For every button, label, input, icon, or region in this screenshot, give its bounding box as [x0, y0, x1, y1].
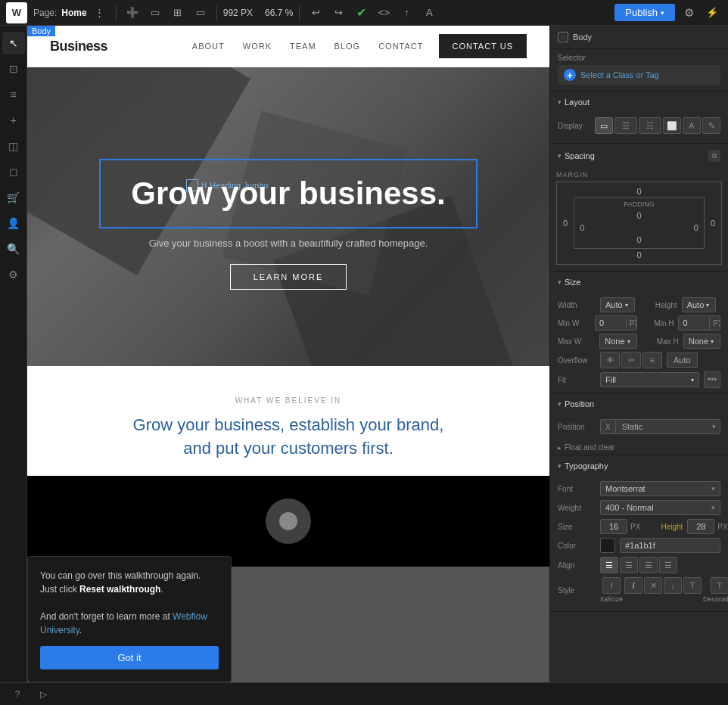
sidebar-pages-btn[interactable]: ⊡ — [2, 57, 25, 80]
overflow-hidden-btn[interactable]: ✂ — [621, 352, 641, 368]
nav-about[interactable]: ABOUT — [192, 42, 225, 51]
sidebar-settings-btn[interactable]: ⚙ — [2, 263, 25, 286]
sidebar-components-btn[interactable]: ◫ — [2, 135, 25, 157]
align-justify-btn[interactable]: ☰ — [659, 557, 677, 573]
typo-height-label: Height — [645, 523, 683, 531]
maxh-value-btn[interactable]: None ▾ — [683, 334, 720, 349]
sidebar-assets-btn[interactable]: ◻ — [2, 160, 25, 183]
align-label: Align — [558, 561, 596, 570]
components-btn[interactable]: ⊞ — [168, 3, 188, 23]
overflow-scroll-btn[interactable]: ≡ — [642, 352, 662, 368]
publish-btn[interactable]: Publish ▾ — [614, 4, 675, 21]
spacing-copy-btn[interactable]: ⧉ — [708, 150, 720, 162]
padding-right-value[interactable]: 0 — [691, 222, 702, 234]
superscript-btn[interactable]: T — [683, 577, 702, 594]
margin-top-value[interactable]: 0 — [560, 185, 718, 197]
nav-work[interactable]: WORK — [243, 42, 272, 51]
spacing-header[interactable]: ▾ Spacing ⧉ — [550, 144, 728, 168]
maxw-value-btn[interactable]: None ▾ — [599, 334, 636, 349]
decoration-btn[interactable]: T — [711, 577, 728, 594]
typo-height-input[interactable] — [687, 519, 714, 534]
hero-cta-btn[interactable]: LEARN MORE — [230, 264, 347, 290]
page-options-btn[interactable]: ⋮ — [90, 3, 110, 23]
website-preview: Body Business ABOUT WORK TEAM BLOG CONTA… — [27, 26, 549, 567]
sidebar-layers-btn[interactable]: ≡ — [2, 83, 25, 106]
share-btn[interactable]: ↑ — [397, 3, 416, 23]
minh-input[interactable] — [679, 316, 709, 330]
site-contact-btn[interactable]: CONTACT US — [439, 34, 527, 58]
typo-size-input[interactable] — [600, 519, 627, 534]
maxw-maxh-row: Max W None ▾ Max H None ▾ — [558, 334, 720, 349]
padding-top-value[interactable]: 0 — [577, 210, 702, 222]
more-btn[interactable]: ⚡ — [702, 3, 722, 23]
align-center-btn[interactable]: ☰ — [620, 557, 638, 573]
display-inline-btn[interactable]: ⬜ — [663, 117, 681, 134]
display-none-btn[interactable]: ✎ — [702, 117, 720, 134]
padding-sides-row: 0 0 — [577, 222, 702, 234]
sidebar-ecomm-btn[interactable]: 🛒 — [2, 186, 25, 209]
add-element-btn[interactable]: ➕ — [123, 3, 142, 23]
sidebar-select-btn[interactable]: ↖ — [2, 32, 25, 54]
align-right-btn[interactable]: ☰ — [639, 557, 658, 573]
weight-row: Weight 400 - Normal ▾ — [558, 500, 720, 515]
margin-left-value[interactable]: 0 — [560, 217, 571, 229]
size-header[interactable]: ▾ Size — [550, 272, 728, 293]
padding-bottom-value[interactable]: 0 — [577, 234, 702, 246]
italic2-btn[interactable]: I — [624, 577, 642, 594]
subscript-btn[interactable]: ↓ — [664, 577, 682, 594]
display-flex-row-btn[interactable]: ☰ — [614, 117, 637, 134]
padding-left-value[interactable]: 0 — [577, 222, 587, 234]
undo-btn[interactable]: ↩ — [306, 3, 325, 23]
got-it-btn[interactable]: Got it — [40, 646, 219, 669]
layout-header[interactable]: ▾ Layout — [550, 92, 728, 113]
font-select[interactable]: Montserrat ▾ — [600, 481, 720, 496]
tooltip-overlay: You can go over this walkthrough again. … — [27, 556, 232, 682]
sidebar-add-btn[interactable]: + — [2, 109, 25, 132]
margin-bottom-value[interactable]: 0 — [560, 249, 718, 261]
size-height-row: Size PX Height PX — [558, 519, 720, 534]
selector-row: Selector + Select a Class or Tag — [550, 49, 728, 92]
pages-btn[interactable]: ▭ — [145, 3, 165, 23]
float-clear-row[interactable]: ▸ Float and clear — [550, 443, 728, 455]
add-class-btn[interactable]: + Select a Class or Tag — [558, 65, 720, 85]
canvas-area[interactable]: Body Business ABOUT WORK TEAM BLOG CONTA… — [27, 26, 549, 682]
nav-team[interactable]: TEAM — [290, 42, 316, 51]
align-left-btn[interactable]: ☰ — [600, 557, 618, 573]
sidebar-members-btn[interactable]: 👤 — [2, 212, 25, 234]
hero-text-box[interactable]: Grow your business. — [99, 159, 477, 228]
font-btn[interactable]: A — [419, 3, 439, 23]
typography-header[interactable]: ▾ Typography — [550, 455, 728, 477]
bottom-help-btn[interactable]: ? — [8, 685, 27, 704]
display-flex-col-btn[interactable]: ☷ — [639, 117, 661, 134]
weight-select[interactable]: 400 - Normal ▾ — [600, 500, 720, 515]
overflow-auto-btn[interactable]: Auto — [667, 352, 698, 368]
status-btn[interactable]: ✔ — [351, 3, 371, 23]
nav-contact[interactable]: CONTACT — [378, 42, 423, 51]
typo-height-unit: PX — [717, 523, 727, 531]
sidebar-search-btn[interactable]: 🔍 — [2, 238, 25, 260]
minw-input[interactable] — [596, 316, 626, 330]
settings-btn[interactable]: ⚙ — [678, 2, 699, 23]
display-text-btn[interactable]: A — [683, 117, 701, 134]
bottom-preview-btn[interactable]: ▷ — [33, 685, 53, 704]
color-swatch[interactable] — [600, 538, 615, 553]
nav-blog[interactable]: BLOG — [334, 42, 361, 51]
code-btn[interactable]: <> — [374, 3, 394, 23]
overflow-visible-btn[interactable]: 👁 — [600, 352, 620, 368]
fit-select[interactable]: Fill ▾ — [600, 372, 699, 387]
video-play-btn[interactable] — [266, 498, 311, 544]
redo-btn[interactable]: ↪ — [328, 3, 348, 23]
pos-row: Position X Static ▾ — [558, 419, 720, 434]
color-label: Color — [558, 542, 596, 550]
fit-more-btn[interactable]: ••• — [704, 371, 720, 388]
position-header[interactable]: ▾ Position — [550, 393, 728, 415]
margin-right-value[interactable]: 0 — [708, 217, 718, 229]
color-value[interactable]: #1a1b1f — [620, 538, 720, 553]
display-block-btn[interactable]: ▭ — [595, 117, 613, 134]
strikethrough-btn[interactable]: ✕ — [644, 577, 662, 594]
height-value-btn[interactable]: Auto ▾ — [682, 297, 717, 312]
tablet-view-btn[interactable]: ▭ — [191, 3, 210, 23]
toolbar-sep-3 — [299, 5, 300, 20]
width-value-btn[interactable]: Auto ▾ — [600, 297, 635, 312]
italic-btn[interactable]: I — [602, 577, 621, 594]
